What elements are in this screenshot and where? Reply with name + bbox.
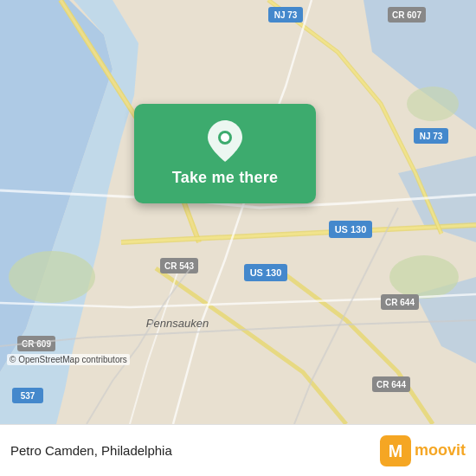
svg-text:NJ 73: NJ 73	[420, 132, 443, 141]
svg-text:M: M	[389, 441, 402, 460]
take-me-there-card[interactable]: Take me there	[134, 104, 316, 203]
svg-point-26	[221, 133, 229, 142]
map-attribution: © OpenStreetMap contributors	[7, 354, 130, 365]
moovit-icon: M	[380, 435, 411, 466]
location-name: Petro Camden, Philadelphia	[10, 443, 380, 458]
moovit-text: moovit	[415, 441, 466, 460]
svg-text:CR 607: CR 607	[392, 10, 421, 20]
svg-point-1	[9, 251, 95, 303]
map-container: NJ 73 CR 607 NJ 73 US 130 US 130 CR 543 …	[0, 0, 476, 424]
moovit-logo: M moovit	[380, 435, 466, 466]
take-me-there-button-label: Take me there	[172, 169, 278, 187]
location-pin-icon	[204, 120, 246, 162]
bottom-bar: Petro Camden, Philadelphia M moovit	[0, 424, 476, 476]
svg-point-2	[389, 255, 459, 299]
svg-text:US 130: US 130	[250, 267, 282, 278]
svg-text:CR 644: CR 644	[376, 380, 406, 389]
svg-text:NJ 73: NJ 73	[274, 10, 298, 20]
svg-text:US 130: US 130	[335, 224, 367, 235]
svg-point-3	[407, 87, 459, 121]
svg-text:CR 644: CR 644	[385, 298, 415, 307]
svg-text:537: 537	[21, 391, 35, 401]
